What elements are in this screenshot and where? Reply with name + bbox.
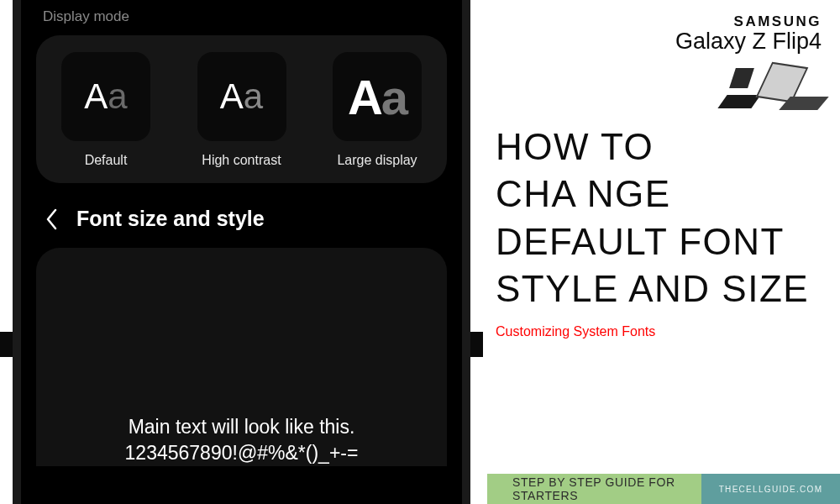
preview-text: Main text will look like this. 123456789…	[125, 414, 359, 466]
open-phone-icon	[768, 71, 818, 108]
footer-site-label: THECELLGUIDE.COM	[701, 474, 840, 504]
samsung-logo: SAMSUNG	[496, 13, 822, 30]
mode-label-high-contrast: High contrast	[202, 153, 281, 168]
sample-text-icon: Aa	[348, 69, 407, 125]
mode-tile-large-display: Aa	[333, 52, 422, 141]
display-mode-label: Display mode	[43, 8, 447, 25]
device-illustration	[496, 61, 818, 108]
headline-line-2: CHA NGE	[496, 171, 822, 218]
headline-line-3: DEFAULT FONT	[496, 218, 822, 265]
phone-hinge-notch-right	[470, 332, 483, 357]
mode-option-large-display[interactable]: Aa Large display	[333, 52, 422, 168]
mode-label-default: Default	[85, 153, 128, 168]
back-icon[interactable]	[45, 207, 58, 231]
phone-hinge-notch-left	[0, 332, 13, 357]
mode-tile-high-contrast: Aa	[197, 52, 286, 141]
preview-line-2: 1234567890!@#%&*()_+-=	[125, 440, 359, 466]
display-mode-card: Aa Default Aa High contrast Aa Large dis…	[36, 35, 447, 183]
font-preview-card: Main text will look like this. 123456789…	[36, 248, 447, 466]
mode-tile-default: Aa	[61, 52, 150, 141]
info-panel: SAMSUNG Galaxy Z Flip4 HOW TO CHA NGE DE…	[487, 0, 840, 504]
headline-line-4: STYLE AND SIZE	[496, 265, 822, 312]
footer-guide-label: STEP BY STEP GUIDE FOR STARTERS	[487, 474, 701, 504]
headline-line-1: HOW TO	[496, 123, 822, 171]
mode-option-default[interactable]: Aa Default	[61, 52, 150, 168]
preview-line-1: Main text will look like this.	[125, 414, 359, 440]
nav-header: Font size and style	[45, 207, 447, 231]
phone-screen: Display mode Aa Default Aa High contrast…	[21, 0, 462, 504]
phone-frame: Display mode Aa Default Aa High contrast…	[13, 0, 470, 504]
article-subhead: Customizing System Fonts	[496, 324, 822, 339]
product-name: Galaxy Z Flip4	[496, 29, 822, 55]
footer-bar: STEP BY STEP GUIDE FOR STARTERS THECELLG…	[487, 474, 840, 504]
mode-option-high-contrast[interactable]: Aa High contrast	[197, 52, 286, 168]
sample-text-icon: Aa	[220, 76, 263, 117]
page-title: Font size and style	[76, 207, 265, 231]
closed-phone-icon	[722, 76, 759, 108]
brand-block: SAMSUNG Galaxy Z Flip4	[496, 13, 822, 55]
sample-text-icon: Aa	[84, 76, 127, 117]
mode-label-large-display: Large display	[337, 153, 417, 168]
article-headline: HOW TO CHA NGE DEFAULT FONT STYLE AND SI…	[496, 123, 822, 312]
